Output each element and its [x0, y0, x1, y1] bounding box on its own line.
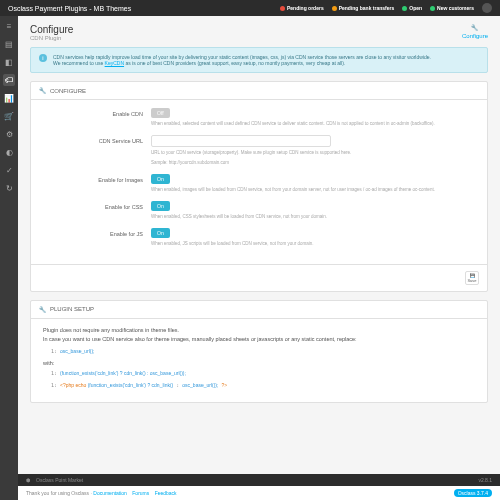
- sidebar: ≡ ▤ ◧ 🏷 📊 🛒 ⚙ ◐ ✓ ↻: [0, 16, 18, 500]
- dot-icon: [280, 6, 285, 11]
- sidebar-item-9[interactable]: ↻: [3, 182, 15, 194]
- sidebar-item-0[interactable]: ≡: [3, 20, 15, 32]
- topbar: Osclass Payment Plugins - MB Themes Pend…: [0, 0, 500, 16]
- help-enable-cdn: When enabled, selected content will used…: [151, 121, 475, 127]
- page-title: Configure: [30, 24, 73, 35]
- bottombar-version: v2.8.1: [478, 477, 492, 483]
- label-enable-cdn: Enable CDN: [43, 108, 143, 117]
- dot-icon: [402, 6, 407, 11]
- label-enable-js: Enable for JS: [43, 228, 143, 237]
- sidebar-item-5[interactable]: 🛒: [3, 110, 15, 122]
- sidebar-item-7[interactable]: ◐: [3, 146, 15, 158]
- sidebar-item-1[interactable]: ▤: [3, 38, 15, 50]
- footer: Thank you for using Osclass · Documentat…: [18, 486, 500, 500]
- code-block-1: 1: osc_base_url();: [51, 348, 475, 354]
- page-subtitle: CDN Plugin: [30, 35, 73, 41]
- keycdn-link[interactable]: KeyCDN: [105, 60, 124, 66]
- label-enable-images: Enable for Images: [43, 174, 143, 183]
- toggle-enable-css[interactable]: On: [151, 201, 170, 211]
- sidebar-item-4[interactable]: 📊: [3, 92, 15, 104]
- wrench-icon: 🔧: [39, 87, 46, 94]
- configure-panel: 🔧CONFIGURE Enable CDN Off When enabled, …: [30, 81, 488, 292]
- topbar-stats: Pending orders Pending bank transfers Op…: [280, 3, 492, 13]
- avatar[interactable]: [482, 3, 492, 13]
- footer-text: Thank you for using Osclass ·: [26, 490, 93, 496]
- bottombar: ⬢Osclass Point Market v2.8.1: [18, 474, 500, 486]
- panel-head-configure: 🔧CONFIGURE: [31, 82, 487, 100]
- sidebar-item-8[interactable]: ✓: [3, 164, 15, 176]
- help-cdn-url1: URL to your CDN service (storage/propert…: [151, 150, 475, 156]
- help-cdn-url2: Sample: http://yourcdn.subdomain.com: [151, 160, 475, 166]
- footer-version: Osclass 3.7.4: [454, 489, 492, 497]
- label-cdn-url: CDN Service URL: [43, 135, 143, 144]
- info-line2: We recommend to use KeyCDN as is one of …: [53, 60, 431, 66]
- label-enable-css: Enable for CSS: [43, 201, 143, 210]
- sidebar-item-3[interactable]: 🏷: [3, 74, 15, 86]
- save-button[interactable]: 💾Save: [465, 271, 479, 285]
- configure-link[interactable]: 🔧 Configure: [462, 24, 488, 39]
- market-icon: ⬢: [26, 477, 30, 483]
- bottombar-title[interactable]: Osclass Point Market: [36, 477, 83, 483]
- panel-head-setup: 🔧PLUGIN SETUP: [31, 301, 487, 319]
- info-banner: i CDN services help rapidly improve load…: [30, 47, 488, 73]
- wrench-icon: 🔧: [471, 24, 478, 31]
- sidebar-item-6[interactable]: ⚙: [3, 128, 15, 140]
- app-title: Osclass Payment Plugins - MB Themes: [8, 5, 280, 12]
- main-content: Configure CDN Plugin 🔧 Configure i CDN s…: [18, 16, 500, 500]
- input-cdn-url[interactable]: [151, 135, 331, 147]
- stat-pending[interactable]: Pending orders: [280, 5, 324, 11]
- setup-with: with:: [43, 360, 475, 366]
- footer-link-feedback[interactable]: Feedback: [155, 490, 177, 496]
- setup-panel: 🔧PLUGIN SETUP Plugin does not require an…: [30, 300, 488, 403]
- toggle-enable-cdn[interactable]: Off: [151, 108, 170, 118]
- stat-bank[interactable]: Pending bank transfers: [332, 5, 395, 11]
- setup-intro1: Plugin does not require any modification…: [43, 327, 475, 333]
- sidebar-item-2[interactable]: ◧: [3, 56, 15, 68]
- dot-icon: [430, 6, 435, 11]
- code-block-3: 1: <?php echo (function_exists('cdn_link…: [51, 382, 475, 388]
- setup-intro2: In case you want to use CDN service also…: [43, 336, 475, 342]
- toggle-enable-images[interactable]: On: [151, 174, 170, 184]
- stat-open[interactable]: Open: [402, 5, 422, 11]
- footer-link-forums[interactable]: Forums: [132, 490, 149, 496]
- toggle-enable-js[interactable]: On: [151, 228, 170, 238]
- code-block-2: 1: (function_exists('cdn_link') ? cdn_li…: [51, 370, 475, 376]
- wrench-icon: 🔧: [39, 306, 46, 313]
- info-icon: i: [39, 54, 47, 62]
- stat-customers[interactable]: New customers: [430, 5, 474, 11]
- help-enable-css: When enabled, CSS stylesheets will be lo…: [151, 214, 475, 220]
- footer-link-docs[interactable]: Documentation: [93, 490, 127, 496]
- help-enable-images: When enabled, images will be loaded from…: [151, 187, 475, 193]
- help-enable-js: When enabled, JS scripts will be loaded …: [151, 241, 475, 247]
- dot-icon: [332, 6, 337, 11]
